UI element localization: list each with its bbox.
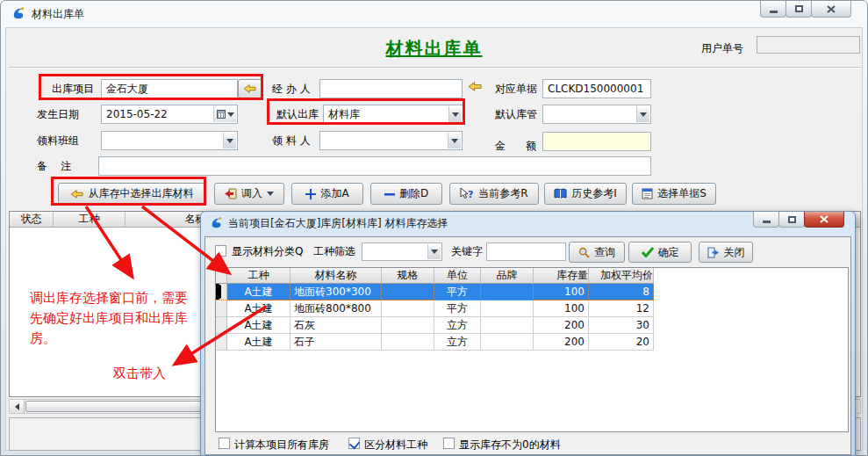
cell-stock-qty[interactable]: 100 (534, 284, 589, 300)
cell-avg-price[interactable]: 20 (589, 334, 654, 351)
cell-spec[interactable] (382, 317, 434, 334)
cell-brand[interactable] (481, 284, 534, 300)
split-worktype-checkbox[interactable] (348, 438, 360, 449)
dialog-titlebar[interactable]: 当前项目[金石大厦]库房[材料库] 材料库存选择 (201, 212, 855, 235)
keyword-label: 关键字 (451, 242, 483, 260)
close-icon[interactable] (804, 212, 844, 228)
remark-field[interactable] (98, 156, 651, 176)
cell-worktype[interactable]: A土建 (227, 317, 291, 334)
picker-select[interactable] (319, 131, 463, 150)
add-button[interactable]: 添加A (291, 183, 363, 205)
cell-spec[interactable] (382, 334, 434, 351)
chevron-down-icon[interactable] (448, 133, 461, 148)
col-brand[interactable]: 品牌 (481, 268, 534, 284)
current-ref-button[interactable]: ? 当前参考R (449, 183, 539, 205)
table-row[interactable]: A土建 地面砖800*800 平方 100 12 (216, 300, 848, 317)
cell-stock-qty[interactable]: 200 (534, 334, 589, 351)
cell-stock-qty[interactable]: 200 (534, 317, 589, 334)
ok-button[interactable]: 确定 (628, 242, 692, 263)
col-status[interactable]: 状态 (10, 212, 54, 227)
highlight-box-warehouse (267, 98, 465, 125)
cell-spec[interactable] (382, 284, 434, 300)
cell-unit[interactable]: 立方 (434, 334, 481, 351)
user-no-field[interactable] (757, 36, 860, 54)
agent-field[interactable] (319, 79, 463, 98)
chevron-down-icon[interactable] (636, 106, 649, 122)
cell-avg-price[interactable]: 30 (589, 317, 654, 334)
team-select[interactable] (101, 131, 238, 150)
cell-worktype[interactable]: A土建 (227, 300, 291, 317)
doc-label: 对应单据 (495, 80, 537, 98)
table-row[interactable]: A土建 石子 立方 200 20 (216, 334, 848, 351)
history-ref-button[interactable]: 历史参考I (544, 183, 627, 205)
split-worktype-label: 区分材料工种 (364, 436, 427, 453)
col-spec[interactable]: 规格 (382, 268, 434, 284)
nonzero-stock-label: 显示库存不为0的材料 (459, 436, 561, 453)
table-row[interactable]: A土建 石灰 立方 200 30 (216, 317, 848, 334)
delete-label: 删除D (399, 186, 428, 201)
cell-unit[interactable]: 平方 (434, 300, 481, 317)
col-worktype[interactable]: 工种 (54, 212, 126, 227)
app-icon (210, 216, 223, 232)
cell-unit[interactable]: 立方 (434, 317, 481, 334)
svg-text:?: ? (468, 189, 473, 200)
dialog-window-controls (754, 212, 844, 228)
stock-table-header: 工种 材料名称 规格 单位 品牌 库存量 加权平均价 (216, 268, 848, 284)
search-icon (578, 247, 590, 258)
cell-material-name[interactable]: 地面砖300*300 (291, 284, 382, 300)
show-category-checkbox[interactable] (215, 245, 226, 257)
col-avg-price[interactable]: 加权平均价 (589, 268, 654, 284)
query-button[interactable]: 查询 (569, 242, 625, 263)
cell-material-name[interactable]: 石子 (291, 334, 382, 351)
cell-spec[interactable] (382, 300, 434, 317)
date-field[interactable]: 2015-05-22 (101, 105, 238, 124)
all-warehouses-checkbox[interactable] (219, 438, 230, 449)
hand-pointer-icon[interactable] (468, 81, 483, 95)
restore-icon[interactable] (786, 1, 812, 18)
highlight-box-project (39, 74, 263, 100)
stock-table: 工种 材料名称 规格 单位 品牌 库存量 加权平均价 A土建 地面砖300*30… (215, 267, 849, 432)
cell-brand[interactable] (481, 317, 534, 334)
keeper-select[interactable] (542, 105, 651, 124)
select-doc-button[interactable]: 选择单据S (632, 183, 716, 205)
close-dialog-button[interactable]: 关闭 (699, 242, 753, 263)
minimize-icon[interactable] (760, 1, 786, 18)
col-material-name[interactable]: 材料名称 (291, 268, 382, 284)
cell-brand[interactable] (481, 334, 534, 351)
restore-icon[interactable] (778, 212, 805, 228)
remark-label: 备 注 (37, 157, 71, 175)
main-titlebar[interactable]: 材料出库单 (1, 1, 867, 27)
amount-field[interactable] (542, 132, 651, 151)
keyword-input[interactable] (486, 242, 566, 261)
minimize-icon[interactable] (753, 212, 779, 228)
cell-brand[interactable] (481, 300, 534, 317)
cell-material-name[interactable]: 石灰 (291, 317, 382, 334)
worktype-filter-select[interactable] (362, 242, 442, 261)
cursor-question-icon: ? (460, 188, 474, 200)
col-stock-qty[interactable]: 库存量 (534, 268, 589, 284)
picker-label: 领 料 人 (272, 132, 311, 149)
scroll-left-icon[interactable] (10, 400, 25, 413)
delete-button[interactable]: 删除D (370, 183, 442, 205)
query-label: 查询 (594, 245, 615, 260)
calendar-icon[interactable] (213, 106, 236, 122)
cell-avg-price[interactable]: 12 (589, 300, 654, 317)
doc-field[interactable]: CLCKD150000001 (542, 79, 651, 98)
nonzero-stock-checkbox[interactable] (443, 438, 455, 449)
cell-material-name[interactable]: 地面砖800*800 (291, 300, 382, 317)
user-no-label: 用户单号 (701, 40, 743, 57)
cell-avg-price[interactable]: 8 (589, 284, 654, 300)
chevron-down-icon[interactable] (427, 244, 441, 259)
col-unit[interactable]: 单位 (434, 268, 481, 284)
table-row[interactable]: A土建 地面砖300*300 平方 100 8 (216, 284, 848, 300)
import-button[interactable]: 调入 (214, 183, 284, 205)
close-icon[interactable] (811, 1, 851, 18)
cell-stock-qty[interactable]: 100 (534, 300, 589, 317)
import-icon (225, 188, 237, 199)
chevron-down-icon[interactable] (223, 133, 236, 148)
cell-worktype[interactable]: A土建 (227, 334, 291, 351)
check-icon (642, 247, 654, 257)
col-worktype[interactable]: 工种 (227, 268, 291, 284)
cell-unit[interactable]: 平方 (434, 284, 481, 300)
cell-worktype[interactable]: A土建 (227, 284, 291, 300)
